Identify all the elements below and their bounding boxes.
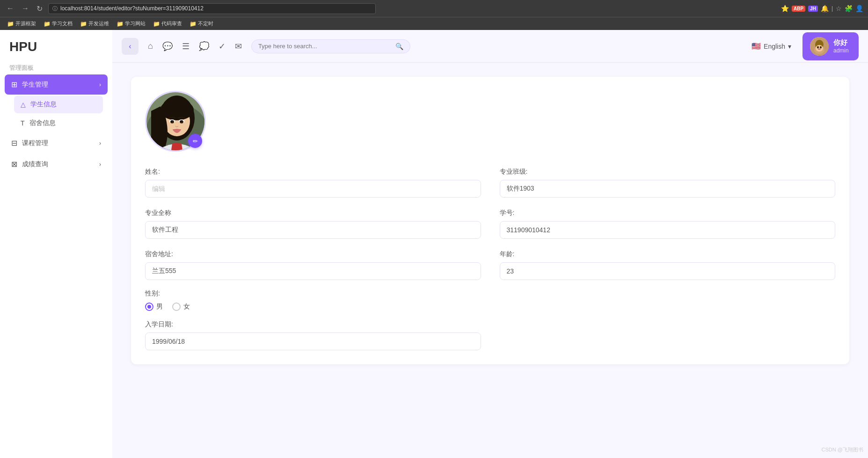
user-greeting: 你好 — [833, 38, 849, 47]
nav-icons: ⌂ 💬 ☰ 💭 ✓ ✉ — [146, 39, 244, 53]
dialog-nav-icon[interactable]: 💭 — [197, 39, 211, 53]
bookmark-label: 学习网站 — [125, 20, 146, 27]
search-icon: 🔍 — [395, 43, 403, 50]
address-bar[interactable]: ⓘ localhost:8014/student/editor?stuNumbe… — [48, 3, 376, 14]
student-mgmt-icon: ⊞ — [11, 80, 17, 89]
header-right: 🇺🇸 English ▾ — [748, 32, 859, 60]
student-id-input[interactable] — [500, 221, 836, 239]
svg-point-4 — [817, 46, 819, 48]
user-card[interactable]: 你好 admin — [802, 32, 859, 60]
sidebar-submenu: △ 学生信息 T 宿舍信息 — [5, 96, 108, 132]
main-content: ‹ ⌂ 💬 ☰ 💭 ✓ ✉ 🔍 🇺🇸 English — [112, 30, 868, 458]
svg-point-18 — [181, 121, 182, 122]
refresh-button[interactable]: ↻ — [35, 3, 44, 14]
gender-female-option[interactable]: 女 — [172, 303, 190, 311]
browser-chrome: ← → ↻ ⓘ localhost:8014/student/editor?st… — [0, 0, 868, 17]
sidebar-subitem-student-info[interactable]: △ 学生信息 — [14, 96, 103, 113]
gender-section: 性别: 男 女 — [145, 289, 835, 311]
sidebar-item-student-mgmt[interactable]: ⊞ 学生管理 › — [5, 74, 108, 95]
secure-icon: ⓘ — [52, 5, 58, 12]
notifications-icon[interactable]: 🔔 — [821, 5, 829, 12]
bookmark-3[interactable]: 📁 开发运维 — [78, 19, 111, 28]
svg-point-6 — [818, 48, 821, 50]
enrollment-date-input[interactable] — [145, 332, 481, 350]
folder-icon: 📁 — [80, 21, 87, 27]
mail-nav-icon[interactable]: ✉ — [233, 39, 244, 53]
sidebar-section-title: 管理面板 — [0, 59, 112, 74]
bookmark-4[interactable]: 📁 学习网站 — [114, 19, 148, 28]
user-avatar — [810, 37, 829, 56]
student-id-field: 学号: — [500, 209, 836, 239]
dorm-address-label: 宿舍地址: — [145, 250, 481, 259]
extensions-icon[interactable]: ⭐ — [781, 5, 789, 12]
header-left: ‹ ⌂ 💬 ☰ 💭 ✓ ✉ 🔍 — [122, 38, 410, 55]
dorm-info-icon: T — [21, 119, 25, 127]
sidebar-toggle-button[interactable]: ‹ — [122, 38, 139, 55]
sidebar-subitem-dorm-info[interactable]: T 宿舍信息 — [14, 114, 103, 132]
gender-female-radio[interactable] — [172, 303, 181, 311]
folder-icon: 📁 — [190, 21, 197, 27]
form-grid: 姓名: 专业班级: 专业全称 学号: — [145, 168, 835, 280]
svg-point-17 — [171, 121, 173, 122]
name-input[interactable] — [145, 180, 481, 198]
age-field: 年龄: — [500, 250, 836, 280]
enrollment-date-label: 入学日期: — [145, 320, 835, 329]
bookmark-5[interactable]: 📁 代码审查 — [151, 19, 184, 28]
language-label: English — [764, 43, 785, 50]
avatar-edit-button[interactable]: ✏ — [188, 134, 202, 148]
bookmark-2[interactable]: 📁 学习文档 — [41, 19, 75, 28]
major-class-input[interactable] — [500, 180, 836, 198]
major-class-label: 专业班级: — [500, 168, 836, 176]
name-label: 姓名: — [145, 168, 481, 176]
sidebar-item-grade-query[interactable]: ⊠ 成绩查询 › — [5, 154, 108, 174]
name-field: 姓名: — [145, 168, 481, 198]
app-logo: HPU — [0, 30, 112, 59]
language-selector[interactable]: 🇺🇸 English ▾ — [748, 40, 795, 52]
bookmark-label: 开源框架 — [15, 20, 36, 27]
puzzle-icon[interactable]: 🧩 — [845, 5, 853, 12]
check-nav-icon[interactable]: ✓ — [217, 39, 227, 53]
major-full-input[interactable] — [145, 221, 481, 239]
abp-badge: ABP — [792, 6, 805, 12]
svg-point-3 — [816, 45, 823, 52]
url-text: localhost:8014/student/editor?stuNumber=… — [60, 5, 204, 12]
app-container: HPU 管理面板 ⊞ 学生管理 › △ 学生信息 T 宿舍信息 — [0, 30, 868, 458]
folder-icon: 📁 — [117, 21, 124, 27]
sidebar-item-label: 学生管理 — [22, 81, 48, 89]
bookmark-label: 不定时 — [198, 20, 213, 27]
home-nav-icon[interactable]: ⌂ — [146, 39, 155, 53]
sidebar-item-course-mgmt[interactable]: ⊟ 课程管理 › — [5, 133, 108, 153]
age-input[interactable] — [500, 262, 836, 280]
bookmark-label: 开发运维 — [88, 20, 109, 27]
student-info-icon: △ — [21, 101, 26, 108]
bookmark-1[interactable]: 📁 开源框架 — [5, 19, 38, 28]
svg-point-5 — [820, 46, 822, 48]
bookmark-label: 学习文档 — [52, 20, 73, 27]
search-input[interactable] — [258, 43, 392, 50]
svg-rect-12 — [159, 109, 166, 132]
profile-icon[interactable]: 👤 — [855, 5, 863, 12]
avatar-wrapper: ✏ — [145, 91, 206, 152]
chat-nav-icon[interactable]: 💬 — [160, 39, 175, 53]
bookmark-6[interactable]: 📁 不定时 — [187, 19, 216, 28]
user-info: 你好 admin — [833, 38, 849, 54]
grade-query-icon: ⊠ — [11, 160, 17, 169]
bookmark-icon[interactable]: ☆ — [836, 5, 842, 12]
age-label: 年龄: — [500, 250, 836, 259]
top-header: ‹ ⌂ 💬 ☰ 💭 ✓ ✉ 🔍 🇺🇸 English — [112, 30, 868, 63]
folder-icon: 📁 — [44, 21, 51, 27]
search-bar: 🔍 — [251, 39, 410, 53]
menu-nav-icon[interactable]: ☰ — [180, 39, 191, 53]
dorm-address-field: 宿舍地址: — [145, 250, 481, 280]
major-class-field: 专业班级: — [500, 168, 836, 198]
jh-badge: JH — [808, 6, 818, 12]
chevron-right-icon: › — [99, 140, 101, 147]
gender-male-radio[interactable] — [145, 303, 153, 311]
dorm-address-input[interactable] — [145, 262, 481, 280]
gender-male-option[interactable]: 男 — [145, 303, 163, 311]
forward-button[interactable]: → — [20, 3, 31, 14]
form-section: ✏ 姓名: 专业班级: — [131, 77, 849, 364]
flag-icon: 🇺🇸 — [751, 42, 761, 51]
major-full-label: 专业全称 — [145, 209, 481, 217]
back-button[interactable]: ← — [5, 3, 16, 14]
